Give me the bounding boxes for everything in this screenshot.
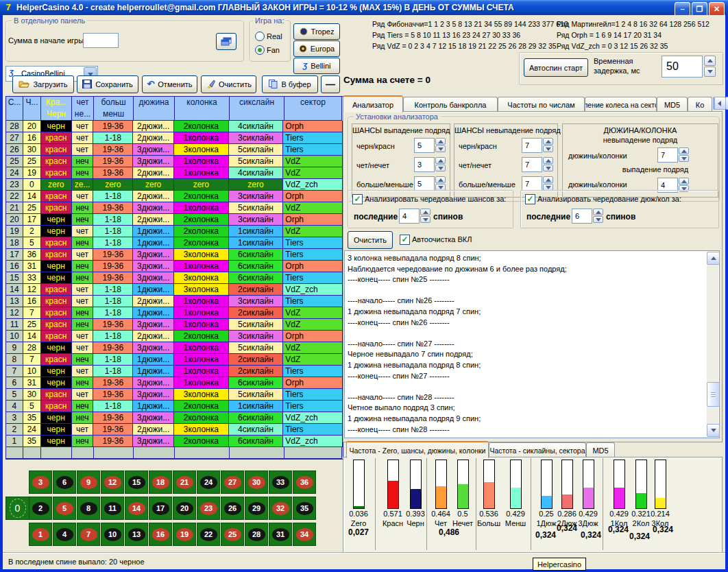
history-row[interactable]: 1533черннеч19-363дюжи...3колонка6сиклайн… bbox=[6, 272, 343, 284]
history-row[interactable]: 2820чернчет19-362дюжи...2колонка4сиклайн… bbox=[6, 121, 343, 132]
spinner-down-icon[interactable] bbox=[543, 165, 553, 171]
history-row[interactable]: 224чернчет19-362дюжи...3колонка4сиклайнT… bbox=[6, 424, 343, 436]
tab-analyzer-2[interactable]: Контроль банкролла bbox=[403, 97, 498, 112]
roulette-cell-19[interactable]: 19 bbox=[173, 523, 196, 546]
tab-analyzer-5[interactable]: MD5 bbox=[657, 97, 688, 112]
chance-row-spinner[interactable]: 3 bbox=[414, 157, 446, 172]
roulette-cell-15[interactable]: 15 bbox=[125, 470, 148, 494]
spinner-down-icon[interactable] bbox=[679, 155, 689, 162]
spinner-down-icon[interactable] bbox=[435, 165, 446, 171]
chance-row-spinner[interactable]: 7 bbox=[522, 157, 553, 172]
spinner-up-icon[interactable] bbox=[704, 56, 716, 66]
delay-spinner[interactable] bbox=[704, 56, 716, 78]
scroll-up-icon[interactable] bbox=[707, 252, 720, 265]
spinner-up-icon[interactable] bbox=[543, 138, 553, 145]
history-row[interactable]: 928чернчет19-363дюжи...1колонка5сиклайнV… bbox=[6, 342, 343, 354]
alternation-chances-checkbox[interactable]: ✓ bbox=[352, 194, 363, 204]
tab-analyzer-1[interactable]: Анализатор bbox=[343, 95, 403, 112]
detach-panel-button[interactable] bbox=[216, 33, 236, 50]
chance-row-spinner[interactable]: 7 bbox=[522, 138, 553, 153]
history-row[interactable]: 2419красннеч19-362дюжи...1колонка4сиклай… bbox=[6, 167, 343, 179]
roulette-cell-34[interactable]: 34 bbox=[293, 523, 316, 546]
toolbar-save-floppy-button[interactable]: Сохранить bbox=[77, 75, 138, 93]
roulette-cell-10[interactable]: 10 bbox=[101, 523, 124, 546]
history-row[interactable]: 335черннеч19-363дюжи...2колонка6сиклайнV… bbox=[6, 412, 343, 424]
tab-frequency-2[interactable]: Частота - сиклайны, сектора bbox=[489, 442, 586, 457]
history-row[interactable]: 135черннеч19-363дюжи...2колонка6сиклайнV… bbox=[6, 436, 343, 447]
roulette-cell-2[interactable]: 2 bbox=[29, 497, 52, 520]
history-row[interactable]: 1316краснчет1-182дюжи...1колонка3сиклайн… bbox=[6, 296, 343, 307]
history-row[interactable]: 2214краснчет1-182дюжи...2колонка3сиклайн… bbox=[6, 191, 343, 202]
autospin-start-button[interactable]: Автоспин старт bbox=[524, 58, 588, 77]
spinner-up-icon[interactable] bbox=[679, 147, 689, 154]
roulette-cell-5[interactable]: 5 bbox=[53, 497, 76, 520]
autoclear-checkbox[interactable]: ✓ bbox=[400, 235, 410, 245]
spinner-up-icon[interactable] bbox=[420, 208, 430, 215]
tab-analyzer-4[interactable]: Деление колеса на сектора bbox=[585, 97, 657, 112]
column-header[interactable]: сектор bbox=[284, 97, 342, 121]
history-row[interactable]: 87красннеч1-181дюжи...1колонка2сиклайнVd… bbox=[6, 354, 343, 366]
history-row[interactable]: 631черннеч19-363дюжи...1колонка6сиклайнO… bbox=[6, 377, 343, 389]
last-dozens-spinner[interactable]: 6 bbox=[572, 208, 603, 224]
alternation-dozens-checkbox[interactable]: ✓ bbox=[525, 194, 535, 204]
delay-input[interactable]: 50 bbox=[662, 56, 703, 78]
log-scrollbar[interactable] bbox=[707, 252, 718, 437]
roulette-cell-27[interactable]: 27 bbox=[221, 470, 244, 494]
column-header[interactable]: С... bbox=[6, 97, 23, 121]
history-row[interactable]: 2017черннеч1-182дюжи...2колонка3сиклайнO… bbox=[6, 214, 343, 226]
roulette-cell-25[interactable]: 25 bbox=[221, 523, 244, 546]
roulette-cell-16[interactable]: 16 bbox=[149, 523, 172, 546]
clear-log-button[interactable]: Очистить bbox=[348, 231, 393, 249]
history-row[interactable]: 1631черннеч19-363дюжи...1колонка6сиклайн… bbox=[6, 261, 343, 272]
roulette-cell-33[interactable]: 33 bbox=[269, 470, 292, 494]
radio-fan[interactable] bbox=[255, 45, 265, 55]
dozen-miss-spinner[interactable]: 7 bbox=[657, 147, 689, 163]
tab-analyzer-3[interactable]: Частоты по числам bbox=[498, 97, 585, 112]
history-row[interactable]: 185красннеч1-181дюжи...2колонка1сиклайнT… bbox=[6, 237, 343, 249]
chance-row-spinner[interactable]: 5 bbox=[414, 176, 446, 191]
spinner-up-icon[interactable] bbox=[543, 157, 553, 164]
spinner-up-icon[interactable] bbox=[435, 138, 446, 145]
column-header[interactable]: дюжина bbox=[134, 97, 175, 121]
history-row[interactable]: 230zeroze...zerozerozerozeroVdZ_zch bbox=[6, 179, 343, 191]
roulette-cell-6[interactable]: 6 bbox=[53, 470, 76, 494]
tab-frequency-1[interactable]: Частота - Zero, шансы, дюжины, колонки bbox=[346, 441, 489, 458]
column-header[interactable]: четне... bbox=[72, 97, 94, 121]
column-header[interactable]: большменш bbox=[94, 97, 134, 121]
history-row[interactable]: 127красннеч1-181дюжи...1колонка2сиклайнV… bbox=[6, 307, 343, 319]
roulette-cell-31[interactable]: 31 bbox=[269, 523, 292, 546]
column-header[interactable]: сикслайн bbox=[230, 97, 284, 121]
toolbar-undo-button[interactable]: ↶Отменить bbox=[142, 75, 197, 93]
roulette-cell-29[interactable]: 29 bbox=[245, 497, 268, 520]
history-row[interactable]: 1412краснчет1-181дюжи...3колонка2сиклайн… bbox=[6, 284, 343, 296]
roulette-cell-7[interactable]: 7 bbox=[77, 523, 100, 546]
spinner-down-icon[interactable] bbox=[543, 145, 553, 152]
history-row[interactable]: 2125красннеч19-363дюжи...1колонка5сиклай… bbox=[6, 202, 343, 214]
roulette-cell-17[interactable]: 17 bbox=[149, 497, 172, 520]
column-header[interactable]: Кра...Черн bbox=[41, 97, 72, 121]
roulette-cell-36[interactable]: 36 bbox=[293, 470, 316, 494]
toolbar-open-folder-button[interactable]: Загрузить bbox=[12, 75, 74, 93]
roulette-cell-4[interactable]: 4 bbox=[53, 523, 76, 546]
roulette-cell-14[interactable]: 14 bbox=[125, 497, 148, 520]
roulette-cell-20[interactable]: 20 bbox=[173, 497, 196, 520]
spinner-down-icon[interactable] bbox=[704, 67, 716, 77]
roulette-cell-8[interactable]: 8 bbox=[77, 497, 100, 520]
roulette-zero-cell[interactable]: 0 bbox=[5, 497, 29, 520]
scroll-thumb[interactable] bbox=[707, 382, 720, 407]
tab-frequency-3[interactable]: MD5 bbox=[586, 442, 615, 457]
roulette-cell-18[interactable]: 18 bbox=[149, 470, 172, 494]
history-row[interactable]: 1014краснчет1-182дюжи...2колонка3сиклайн… bbox=[6, 331, 343, 342]
spinner-up-icon[interactable] bbox=[593, 208, 603, 215]
spinner-up-icon[interactable] bbox=[679, 178, 689, 184]
analysis-log[interactable]: 3 колонка невыпадала подряд 8 спин; Набл… bbox=[344, 250, 720, 438]
tab-analyzer-6[interactable]: Ко bbox=[688, 97, 712, 112]
tab-scroll-right-icon[interactable] bbox=[725, 97, 728, 110]
last-spins-spinner[interactable]: 4 bbox=[399, 208, 430, 224]
roulette-cell-12[interactable]: 12 bbox=[101, 470, 124, 494]
collapse-button[interactable]: — bbox=[321, 75, 340, 93]
spinner-down-icon[interactable] bbox=[420, 216, 430, 223]
history-row[interactable]: 1736краснчет19-363дюжи...3колонка6сиклай… bbox=[6, 249, 343, 261]
scroll-down-icon[interactable] bbox=[707, 424, 720, 437]
toolbar-brush-button[interactable]: Очистить bbox=[201, 75, 256, 93]
